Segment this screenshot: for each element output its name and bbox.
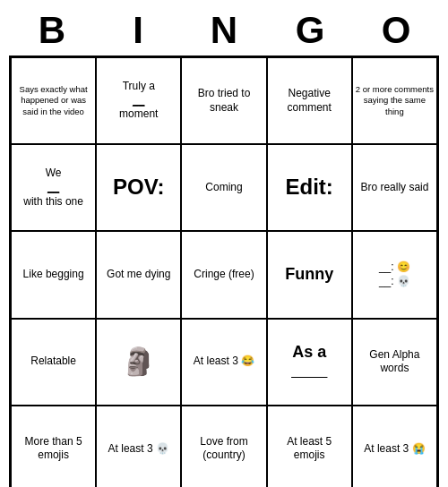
cell-1-4: Bro really said	[352, 144, 437, 231]
cell-3-2: At least 3 😂	[181, 319, 266, 406]
cell-2-2: Cringe (free)	[181, 231, 266, 318]
bingo-title: B I N G O	[9, 9, 439, 52]
cell-0-0: Says exactly what happened or was said i…	[11, 57, 96, 144]
cell-3-4: Gen Alpha words	[352, 319, 437, 406]
cell-3-0: Relatable	[11, 319, 96, 406]
cell-1-2: Coming	[181, 144, 266, 231]
letter-o: O	[357, 9, 435, 52]
cell-1-1: POV:	[96, 144, 181, 231]
cell-0-2: Bro tried to sneak	[181, 57, 266, 144]
cell-4-4: At least 3 😭	[352, 406, 437, 487]
cell-1-0: We __ with this one	[11, 144, 96, 231]
letter-b: B	[13, 9, 91, 52]
cell-2-1: Got me dying	[96, 231, 181, 318]
cell-2-0: Like begging	[11, 231, 96, 318]
bingo-grid: Says exactly what happened or was said i…	[9, 56, 439, 487]
cell-4-0: More than 5 emojis	[11, 406, 96, 487]
cell-4-3: At least 5 emojis	[267, 406, 352, 487]
letter-n: N	[185, 9, 263, 52]
cell-1-3: Edit:	[267, 144, 352, 231]
cell-3-1: 🗿	[96, 319, 181, 406]
letter-i: I	[99, 9, 177, 52]
cell-0-4: 2 or more comments saying the same thing	[352, 57, 437, 144]
cell-4-1: At least 3 💀	[96, 406, 181, 487]
cell-2-3: Funny	[267, 231, 352, 318]
cell-2-4: __: 😊__: 💀	[352, 231, 437, 318]
letter-g: G	[271, 9, 349, 52]
cell-4-2: Love from (country)	[181, 406, 266, 487]
cell-0-1: Truly a __ moment	[96, 57, 181, 144]
cell-0-3: Negative comment	[267, 57, 352, 144]
cell-3-3: As a ____	[267, 319, 352, 406]
